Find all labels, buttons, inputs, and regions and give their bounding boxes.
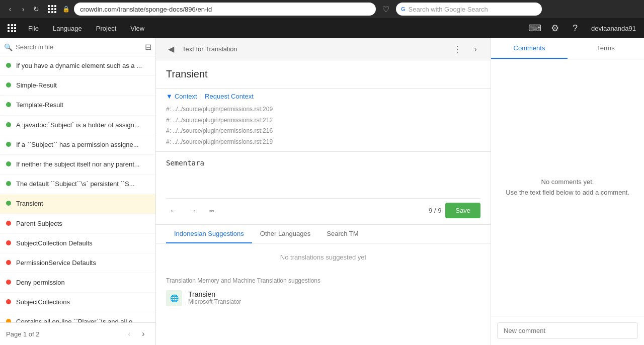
back-button[interactable]: ‹ — [4, 3, 16, 15]
sidebar-item[interactable]: If a ``Subject`` has a permission assign… — [0, 135, 155, 155]
status-dot — [6, 63, 11, 68]
sidebar-item[interactable]: SubjectCollection Defaults — [0, 234, 155, 253]
context-section: ▼ Context | Request Context #: ../../sou… — [156, 89, 491, 152]
sidebar-item[interactable]: If neither the subject itself nor any pa… — [0, 155, 155, 175]
sidebar-item[interactable]: If you have a dynamic element such as a … — [0, 56, 155, 76]
tab-comments[interactable]: Comments — [491, 38, 568, 59]
refresh-button[interactable]: ↻ — [30, 3, 42, 15]
translation-body: Transient ▼ Context | Request Context #:… — [156, 60, 491, 345]
context-ref: #: ../../source/plugin/permissions.rst:2… — [166, 126, 480, 137]
item-text: SubjectCollections — [16, 298, 70, 307]
tm-content: Transien Microsoft Translator — [188, 290, 480, 305]
status-dot — [6, 201, 11, 206]
collapse-sidebar-button[interactable]: ◀ — [164, 42, 178, 56]
status-dot — [6, 260, 11, 265]
help-icon-button[interactable]: ? — [567, 20, 583, 36]
tab-search-tm[interactable]: Search TM — [318, 225, 366, 243]
bookmark-button[interactable]: ♡ — [380, 3, 392, 15]
no-comments-text: No comments yet. Use the text field belo… — [506, 177, 629, 198]
sidebar-item[interactable]: Deny permission — [0, 273, 155, 293]
sidebar-item[interactable]: Transient — [0, 194, 155, 214]
next-translation-button[interactable]: → — [185, 203, 200, 218]
next-page-button[interactable]: › — [137, 328, 149, 340]
new-comment-input[interactable] — [497, 322, 638, 339]
right-content: No comments yet. Use the text field belo… — [491, 59, 644, 316]
copy-source-button[interactable]: ⎓ — [204, 203, 219, 218]
sidebar-item[interactable]: Contains all on-line ``Player``\s and al… — [0, 312, 155, 322]
search-icon: 🔍 — [4, 43, 13, 51]
sidebar-item[interactable]: Simple-Result — [0, 76, 155, 96]
prev-page-button[interactable]: ‹ — [123, 328, 135, 340]
expand-button[interactable]: › — [468, 42, 482, 56]
tab-indonesian[interactable]: Indonesian Suggestions — [166, 225, 252, 243]
sidebar-item[interactable]: Template-Result — [0, 96, 155, 115]
context-arrow-icon: ▼ — [166, 93, 173, 100]
context-ref: #: ../../source/plugin/permissions.rst:2… — [166, 115, 480, 126]
sidebar-item[interactable]: SubjectCollections — [0, 293, 155, 312]
status-dot — [6, 221, 11, 226]
lock-icon: 🔒 — [62, 6, 70, 13]
page-nav: ‹ › — [123, 328, 149, 340]
menu-view[interactable]: View — [124, 22, 150, 35]
translation-input-area: ← → ⎓ 9 / 9 Save — [156, 152, 491, 224]
menu-file[interactable]: File — [22, 22, 45, 35]
request-context-link[interactable]: Request Context — [205, 93, 254, 100]
tab-terms[interactable]: Terms — [568, 38, 644, 59]
item-text: Transient — [16, 199, 43, 208]
save-button[interactable]: Save — [445, 203, 480, 218]
menu-right-section: ⌨ ⚙ ? deviaananda91 — [527, 20, 640, 36]
sidebar-item[interactable]: Parent Subjects — [0, 214, 155, 234]
tab-other[interactable]: Other Languages — [252, 225, 318, 243]
user-badge[interactable]: deviaananda91 — [587, 23, 640, 34]
menu-language[interactable]: Language — [47, 22, 88, 35]
url-bar[interactable]: crowdin.com/translate/sponge-docs/896/en… — [74, 3, 376, 16]
status-dot — [6, 122, 11, 127]
status-dot — [6, 299, 11, 304]
context-divider: | — [200, 93, 202, 100]
google-search-bar[interactable]: G Search with Google Search — [396, 3, 542, 16]
apps-grid-icon — [48, 5, 57, 13]
status-dot — [6, 240, 11, 245]
menu-project[interactable]: Project — [90, 22, 122, 35]
item-text: PermissionService Defaults — [16, 258, 96, 268]
item-text: The default ``Subject``\s` persistent ``… — [16, 180, 135, 189]
page-info: Page 1 of 2 — [6, 330, 40, 338]
apps-menu-button[interactable] — [4, 20, 20, 36]
tm-item[interactable]: 🌐 Transien Microsoft Translator — [166, 290, 480, 306]
app-menu-bar: File Language Project View ⌨ ⚙ ? deviaan… — [0, 18, 644, 38]
settings-icon-button[interactable]: ⚙ — [547, 20, 563, 36]
new-comment-section — [491, 316, 644, 345]
tm-icon: 🌐 — [166, 290, 182, 306]
filter-icon[interactable]: ⊟ — [145, 42, 151, 52]
forward-button[interactable]: › — [17, 3, 29, 15]
search-input[interactable] — [16, 43, 142, 51]
right-panel: CommentsTerms No comments yet. Use the t… — [491, 38, 644, 345]
item-text: SubjectCollection Defaults — [16, 239, 93, 248]
google-search-placeholder: Search with Google Search — [409, 6, 488, 13]
context-toggle[interactable]: ▼ Context — [166, 93, 197, 100]
tm-source: Microsoft Translator — [188, 298, 480, 305]
more-options-button[interactable]: ⋮ — [450, 42, 464, 56]
keyboard-icon-button[interactable]: ⌨ — [527, 20, 543, 36]
translation-textarea[interactable] — [166, 152, 480, 198]
context-refs: #: ../../source/plugin/permissions.rst:2… — [166, 104, 480, 147]
right-tabs: CommentsTerms — [491, 38, 644, 59]
item-text: If you have a dynamic element such as a … — [16, 61, 142, 70]
prev-translation-button[interactable]: ← — [166, 203, 181, 218]
sidebar-list: If you have a dynamic element such as a … — [0, 56, 155, 322]
sidebar: 🔍 ⊟ If you have a dynamic element such a… — [0, 38, 156, 345]
translation-title: Text for Translation — [182, 45, 446, 53]
tm-word: Transien — [188, 290, 480, 298]
main-layout: 🔍 ⊟ If you have a dynamic element such a… — [0, 38, 644, 345]
context-ref: #: ../../source/plugin/permissions.rst:2… — [166, 137, 480, 148]
suggestions-tabs: Indonesian SuggestionsOther LanguagesSea… — [156, 225, 491, 243]
sidebar-item[interactable]: A :javadoc:`Subject` is a holder of assi… — [0, 116, 155, 135]
apps-grid-button[interactable] — [46, 3, 58, 15]
sidebar-footer: Page 1 of 2 ‹ › — [0, 322, 155, 345]
browser-toolbar: ‹ › ↻ 🔒 crowdin.com/translate/sponge-doc… — [0, 0, 644, 18]
no-comments-line1: No comments yet. — [506, 177, 629, 188]
sidebar-item[interactable]: The default ``Subject``\s` persistent ``… — [0, 175, 155, 194]
status-dot — [6, 181, 11, 186]
suggestions-section: Indonesian SuggestionsOther LanguagesSea… — [156, 224, 491, 345]
sidebar-item[interactable]: PermissionService Defaults — [0, 253, 155, 273]
